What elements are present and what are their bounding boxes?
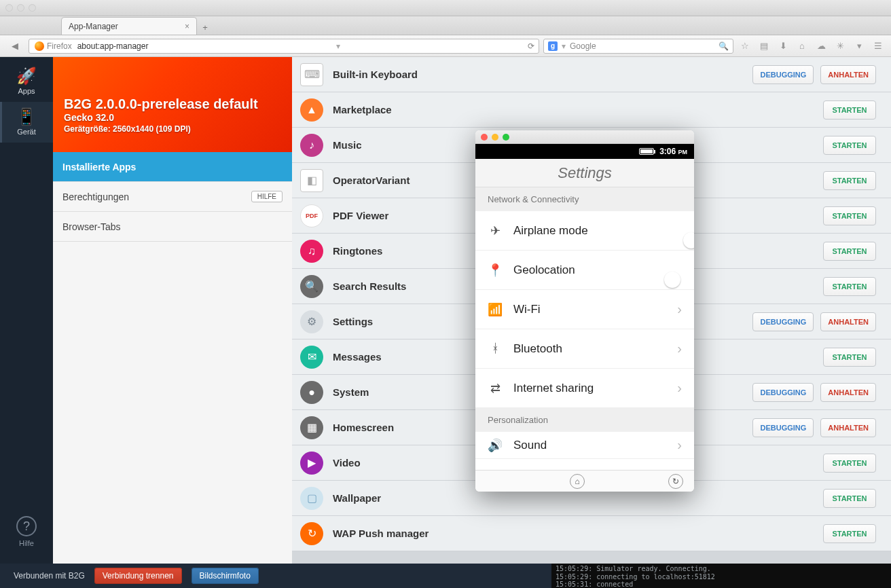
chevron-right-icon: ›	[677, 341, 682, 356]
tab-app-manager[interactable]: App-Manager ×	[61, 17, 197, 35]
start-button[interactable]: STARTEN	[823, 171, 876, 190]
dropdown-icon[interactable]: ▾	[336, 41, 340, 51]
traffic-min-icon[interactable]	[17, 4, 24, 12]
start-button[interactable]: STARTEN	[823, 524, 876, 543]
app-icon: ▶	[300, 452, 323, 475]
menu-icon[interactable]: ☰	[871, 39, 886, 54]
app-actions: STARTEN	[823, 242, 876, 261]
sim-item-internet-sharing[interactable]: ⇄ Internet sharing ›	[475, 369, 694, 408]
sim-toolbar: ⌂ ↻	[475, 470, 694, 492]
app-manager: 🚀 Apps 📱 Gerät ? Hilfe B2G 2.0.0.0-prere…	[0, 57, 891, 564]
app-icon: ⚙	[300, 310, 323, 333]
app-row[interactable]: ⌨Built-in KeyboardDEBUGGINGANHALTEN	[292, 57, 891, 92]
chevron-right-icon: ›	[677, 437, 682, 453]
app-actions: STARTEN	[823, 100, 876, 120]
back-button[interactable]: ◀	[5, 38, 24, 54]
sim-item-airplane[interactable]: ✈ Airplane mode	[475, 211, 694, 251]
rail-help-label: Hilfe	[19, 539, 34, 547]
start-button[interactable]: STARTEN	[823, 136, 876, 155]
start-button[interactable]: STARTEN	[823, 348, 876, 367]
airplane-icon: ✈	[488, 223, 503, 238]
traffic-close-icon[interactable]	[5, 4, 13, 12]
sim-wifi-label: Wi-Fi	[513, 303, 541, 316]
identity-box[interactable]: Firefox	[33, 41, 73, 51]
sim-item-sound[interactable]: 🔊 Sound ›	[475, 432, 694, 459]
simulator-window: 3:06 PM Settings Network & Connectivity …	[475, 130, 694, 492]
stop-button[interactable]: ANHALTEN	[820, 383, 876, 402]
sim-min-icon[interactable]	[492, 134, 498, 141]
rail-device[interactable]: 📱 Gerät	[0, 102, 53, 143]
app-row[interactable]: ▲MarketplaceSTARTEN	[292, 92, 891, 128]
puzzle-icon[interactable]: ✳	[833, 39, 848, 54]
start-button[interactable]: STARTEN	[823, 277, 876, 296]
sidebar-permissions[interactable]: Berechtigungen HILFE	[53, 182, 292, 212]
search-placeholder: Google	[570, 41, 596, 51]
app-actions: STARTEN	[823, 454, 876, 473]
app-name-label: Wallpaper	[333, 492, 381, 504]
chevron-down-icon[interactable]: ▾	[852, 39, 867, 54]
url-bar[interactable]: Firefox about:app-manager ▾ ⟳	[29, 39, 539, 54]
cloud-icon[interactable]: ☁	[814, 39, 829, 54]
sim-item-wifi[interactable]: 📶 Wi-Fi ›	[475, 290, 694, 329]
app-name-label: WAP Push manager	[333, 528, 429, 539]
start-button[interactable]: STARTEN	[823, 206, 876, 225]
app-name-label: Built-in Keyboard	[333, 69, 418, 80]
sim-close-icon[interactable]	[481, 134, 488, 141]
sim-rotate-button[interactable]: ↻	[668, 474, 683, 489]
sim-section-personalization: Personalization	[475, 408, 694, 432]
stop-button[interactable]: ANHALTEN	[820, 418, 876, 437]
help-button[interactable]: HILFE	[251, 191, 283, 202]
sim-item-bluetooth[interactable]: ᚼ Bluetooth ›	[475, 329, 694, 369]
app-icon: ♫	[300, 240, 323, 263]
stop-button[interactable]: ANHALTEN	[820, 65, 876, 84]
screenshot-button[interactable]: Bildschirmfoto	[192, 568, 259, 584]
disconnect-button[interactable]: Verbindung trennen	[94, 568, 182, 584]
app-icon: ✉	[300, 346, 323, 369]
sim-section-network: Network & Connectivity	[475, 187, 694, 211]
rail-device-label: Gerät	[17, 128, 36, 136]
app-row[interactable]: ↻WAP Push managerSTARTEN	[292, 516, 891, 551]
battery-icon	[639, 148, 654, 155]
debug-button[interactable]: DEBUGGING	[752, 65, 814, 84]
traffic-max-icon[interactable]	[29, 4, 36, 12]
rail-help[interactable]: ? Hilfe	[0, 509, 53, 554]
tab-strip: App-Manager × +	[0, 16, 891, 35]
home-icon[interactable]: ⌂	[795, 39, 810, 54]
start-button[interactable]: STARTEN	[823, 489, 876, 508]
left-rail: 🚀 Apps 📱 Gerät ? Hilfe	[0, 57, 53, 564]
close-icon[interactable]: ×	[185, 22, 189, 31]
start-button[interactable]: STARTEN	[823, 100, 876, 120]
downloads-icon[interactable]: ⬇	[776, 39, 790, 54]
rail-apps[interactable]: 🚀 Apps	[0, 61, 53, 102]
sound-icon: 🔊	[488, 438, 503, 453]
app-name-label: Messages	[333, 351, 382, 363]
sim-item-geolocation[interactable]: 📍 Geolocation ✓	[475, 251, 694, 290]
app-actions: STARTEN	[823, 277, 876, 296]
app-icon: ◧	[300, 169, 323, 192]
debug-button[interactable]: DEBUGGING	[752, 383, 814, 402]
app-actions: DEBUGGINGANHALTEN	[752, 65, 876, 84]
app-icon: ⌨	[300, 63, 323, 86]
reader-icon[interactable]: ▤	[757, 39, 771, 54]
search-box[interactable]: g ▾ Google 🔍	[543, 39, 733, 54]
search-icon[interactable]: 🔍	[719, 41, 729, 51]
app-name-label: Search Results	[333, 280, 406, 292]
sim-max-icon[interactable]	[503, 134, 509, 141]
app-name-label: OperatorVariant	[333, 174, 410, 186]
reload-icon[interactable]: ⟳	[528, 41, 534, 51]
bookmark-star-icon[interactable]: ☆	[738, 39, 752, 54]
console-log: 15:05:29: Simulator ready. Connecting.15…	[551, 564, 891, 588]
sim-title: Settings	[558, 164, 612, 182]
sim-sound-label: Sound	[513, 439, 547, 452]
debug-button[interactable]: DEBUGGING	[752, 418, 814, 437]
sidebar-browser-tabs[interactable]: Browser-Tabs	[53, 212, 292, 242]
sidebar-installed-apps[interactable]: Installierte Apps	[53, 152, 292, 182]
debug-button[interactable]: DEBUGGING	[752, 312, 814, 331]
stop-button[interactable]: ANHALTEN	[820, 312, 876, 331]
start-button[interactable]: STARTEN	[823, 454, 876, 473]
wifi-icon: 📶	[488, 302, 503, 317]
start-button[interactable]: STARTEN	[823, 242, 876, 261]
sim-home-button[interactable]: ⌂	[570, 474, 585, 489]
app-icon: PDF	[300, 204, 323, 227]
new-tab-button[interactable]: +	[197, 20, 213, 35]
